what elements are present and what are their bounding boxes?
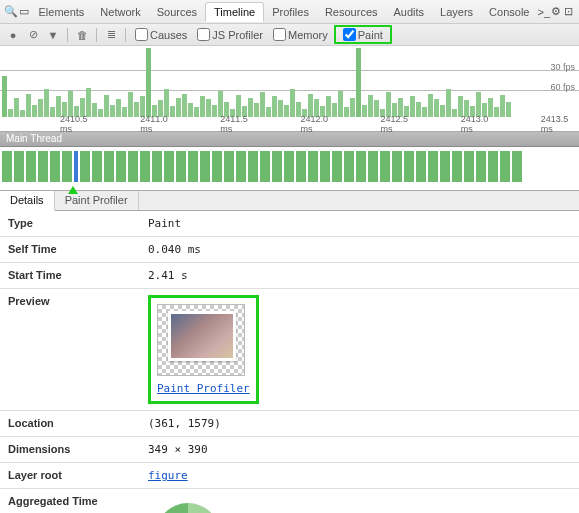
aggtime-pie-chart [156, 503, 220, 513]
selection-arrow-icon [68, 186, 78, 194]
separator [67, 28, 68, 42]
tab-audits[interactable]: Audits [386, 3, 433, 21]
causes-checkbox[interactable]: Causes [135, 28, 187, 41]
paint-checkbox[interactable]: Paint [343, 28, 383, 41]
paint-profiler-link[interactable]: Paint Profiler [157, 382, 250, 395]
dimensions-value: 349 × 390 [140, 437, 579, 462]
preview-value: Paint Profiler [140, 289, 579, 410]
paint-checkbox-highlight: Paint [334, 25, 392, 44]
filter-icon[interactable]: ▼ [44, 29, 62, 41]
gc-icon[interactable]: 🗑 [73, 29, 91, 41]
selftime-key: Self Time [0, 237, 140, 262]
tab-console[interactable]: Console [481, 3, 537, 21]
location-key: Location [0, 411, 140, 436]
search-icon[interactable]: 🔍 [4, 5, 18, 18]
separator [96, 28, 97, 42]
dock-icon[interactable]: ⊡ [563, 5, 576, 18]
thread-bars [0, 151, 579, 182]
tab-sources[interactable]: Sources [149, 3, 205, 21]
timeline-overview[interactable]: 30 fps 60 fps 2410.5 ms2411.0 ms2411.5 m… [0, 46, 579, 132]
devtools-main-tabs: 🔍 ▭ Elements Network Sources Timeline Pr… [0, 0, 579, 24]
tab-details[interactable]: Details [0, 191, 55, 211]
main-thread-label: Main Thread [0, 132, 579, 147]
layerroot-key: Layer root [0, 463, 140, 488]
settings-gear-icon[interactable]: ⚙ [550, 5, 563, 18]
memory-label: Memory [288, 29, 328, 41]
details-panel: TypePaint Self Time0.040 ms Start Time2.… [0, 211, 579, 513]
tab-resources[interactable]: Resources [317, 3, 386, 21]
tab-network[interactable]: Network [92, 3, 148, 21]
location-value: (361, 1579) [140, 411, 579, 436]
layerroot-link[interactable]: figure [148, 469, 188, 482]
preview-image [168, 311, 236, 361]
tab-layers[interactable]: Layers [432, 3, 481, 21]
console-toggle-icon[interactable]: >_ [537, 6, 550, 18]
starttime-value: 2.41 s [140, 263, 579, 288]
preview-key: Preview [0, 289, 140, 313]
aggtime-value: 0.053 ms 0.040 ms Painting (Self) 0.013 … [140, 489, 579, 513]
preview-highlight: Paint Profiler [148, 295, 259, 404]
device-icon[interactable]: ▭ [18, 5, 31, 18]
starttime-key: Start Time [0, 263, 140, 288]
tab-profiles[interactable]: Profiles [264, 3, 317, 21]
type-key: Type [0, 211, 140, 236]
separator [125, 28, 126, 42]
record-button[interactable]: ● [4, 29, 22, 41]
aggtime-key: Aggregated Time [0, 489, 140, 513]
timeline-toolbar: ● ⊘ ▼ 🗑 ≣ Causes JS Profiler Memory Pain… [0, 24, 579, 46]
main-thread-flamechart[interactable] [0, 147, 579, 191]
overview-ticks: 2410.5 ms2411.0 ms2411.5 ms2412.0 ms2412… [0, 117, 579, 131]
tab-elements[interactable]: Elements [31, 3, 93, 21]
paint-label: Paint [358, 29, 383, 41]
tab-timeline[interactable]: Timeline [205, 2, 264, 22]
type-value: Paint [140, 211, 579, 236]
jsprofiler-label: JS Profiler [212, 29, 263, 41]
view-mode-icon[interactable]: ≣ [102, 28, 120, 41]
preview-thumbnail [157, 304, 245, 376]
dimensions-key: Dimensions [0, 437, 140, 462]
layerroot-value: figure [140, 463, 579, 488]
memory-checkbox[interactable]: Memory [273, 28, 328, 41]
causes-label: Causes [150, 29, 187, 41]
clear-button[interactable]: ⊘ [24, 28, 42, 41]
overview-bars [0, 48, 579, 117]
jsprofiler-checkbox[interactable]: JS Profiler [197, 28, 263, 41]
details-tabs: Details Paint Profiler [0, 191, 579, 211]
selftime-value: 0.040 ms [140, 237, 579, 262]
